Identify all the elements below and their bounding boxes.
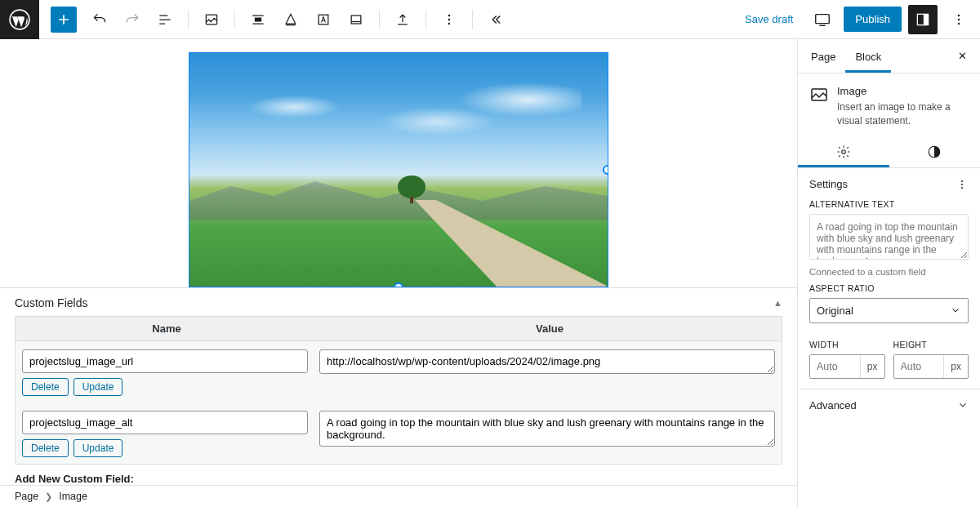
width-input[interactable] xyxy=(810,355,860,378)
svg-rect-8 xyxy=(816,14,830,23)
image-icon xyxy=(809,85,829,105)
panel-collapse-toggle[interactable]: ▲ xyxy=(773,298,782,308)
svg-point-19 xyxy=(961,187,963,189)
height-label: HEIGHT xyxy=(893,340,969,349)
section-options-button[interactable] xyxy=(956,178,969,191)
add-block-button[interactable] xyxy=(51,7,77,33)
width-unit[interactable]: px xyxy=(860,355,884,378)
resize-handle-right[interactable] xyxy=(603,165,608,175)
styles-subtab[interactable] xyxy=(889,136,981,167)
resize-handle-bottom[interactable] xyxy=(394,282,403,287)
svg-rect-10 xyxy=(924,14,929,24)
cf-delete-button[interactable]: Delete xyxy=(22,378,69,396)
block-title: Image xyxy=(837,85,969,97)
gear-icon xyxy=(836,145,851,159)
settings-panel-toggle[interactable] xyxy=(908,5,938,34)
cf-update-button[interactable]: Update xyxy=(74,378,123,396)
svg-point-6 xyxy=(448,18,451,20)
save-draft-button[interactable]: Save draft xyxy=(737,8,801,30)
custom-fields-panel: Custom Fields ▲ Name Value Delete xyxy=(0,287,797,507)
redo-button[interactable] xyxy=(118,5,147,34)
settings-section-title: Settings xyxy=(809,178,848,190)
link-button[interactable] xyxy=(309,5,338,34)
svg-rect-2 xyxy=(255,17,261,21)
cf-value-input[interactable]: A road going in top the mountain with bl… xyxy=(319,411,775,447)
undo-button[interactable] xyxy=(85,5,114,34)
breadcrumb-root[interactable]: Page xyxy=(15,491,38,502)
styles-icon xyxy=(927,145,942,159)
custom-fields-title: Custom Fields xyxy=(15,296,773,309)
svg-point-18 xyxy=(961,184,963,185)
cf-name-input[interactable] xyxy=(22,349,308,373)
close-sidebar-button[interactable]: ✕ xyxy=(948,43,977,69)
chevron-down-icon xyxy=(950,305,961,316)
settings-sidebar: Page Block ✕ Image Insert an image to ma… xyxy=(797,39,980,507)
cf-update-button[interactable]: Update xyxy=(74,439,123,457)
cf-name-input[interactable] xyxy=(22,411,308,434)
align-button[interactable] xyxy=(243,5,273,34)
svg-point-17 xyxy=(961,180,963,182)
image-block[interactable] xyxy=(189,52,608,287)
svg-rect-4 xyxy=(351,16,361,24)
width-label: WIDTH xyxy=(809,340,885,349)
chevron-down-icon xyxy=(957,399,969,411)
wordpress-logo[interactable] xyxy=(0,0,39,39)
more-options-button[interactable] xyxy=(434,5,464,34)
custom-field-row: Delete Update http://localhost/wp/wp-con… xyxy=(16,341,782,402)
breadcrumb-leaf[interactable]: Image xyxy=(59,491,87,502)
svg-point-7 xyxy=(448,22,451,24)
height-input[interactable] xyxy=(894,355,944,378)
top-toolbar: Save draft Publish xyxy=(0,0,980,39)
svg-point-5 xyxy=(448,14,451,16)
cf-header-name: Name xyxy=(16,317,318,340)
svg-point-12 xyxy=(958,18,960,20)
height-unit[interactable]: px xyxy=(943,355,968,378)
svg-point-15 xyxy=(842,149,846,153)
options-button[interactable] xyxy=(944,5,973,34)
settings-subtab[interactable] xyxy=(798,136,889,167)
cf-delete-button[interactable]: Delete xyxy=(22,439,69,457)
aspect-ratio-select[interactable]: Original xyxy=(809,298,969,323)
aspect-ratio-label: ASPECT RATIO xyxy=(809,283,969,293)
publish-button[interactable]: Publish xyxy=(844,7,902,32)
breadcrumb: Page ❯ Image xyxy=(0,485,797,507)
document-overview-button[interactable] xyxy=(150,5,180,34)
custom-field-row: Delete Update A road going in top the mo… xyxy=(16,402,782,464)
alt-text-label: ALTERNATIVE TEXT xyxy=(809,199,969,209)
alt-text-input[interactable] xyxy=(809,214,969,260)
tab-block[interactable]: Block xyxy=(845,39,891,73)
collapse-toolbar-button[interactable] xyxy=(481,5,510,34)
cf-value-input[interactable]: http://localhost/wp/wp-content/uploads/2… xyxy=(319,349,775,374)
block-description: Insert an image to make a visual stateme… xyxy=(837,100,969,128)
cf-header-value: Value xyxy=(318,317,782,340)
tab-page[interactable]: Page xyxy=(801,39,845,73)
image-icon[interactable] xyxy=(197,5,226,34)
editor-canvas: Custom Fields ▲ Name Value Delete xyxy=(0,39,797,507)
alt-text-help: Connected to a custom field xyxy=(809,267,969,277)
svg-point-13 xyxy=(958,22,960,24)
advanced-section-toggle[interactable]: Advanced xyxy=(798,389,980,421)
preview-button[interactable] xyxy=(808,5,837,34)
svg-point-11 xyxy=(958,14,960,16)
replace-button[interactable] xyxy=(388,5,417,34)
crop-button[interactable] xyxy=(341,5,371,34)
caption-button[interactable] xyxy=(276,5,305,34)
chevron-right-icon: ❯ xyxy=(45,491,52,502)
